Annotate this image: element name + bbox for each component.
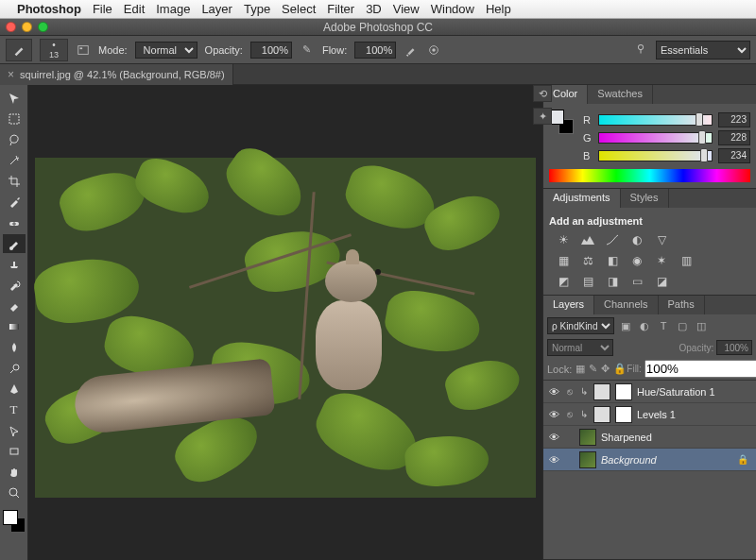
layer-mask-thumbnail[interactable] [615,383,632,400]
posterize-icon[interactable]: ▤ [579,274,596,289]
airbrush-icon[interactable] [404,42,419,58]
channels-tab[interactable]: Channels [594,296,658,314]
menu-select[interactable]: Select [282,2,316,16]
magic-wand-tool[interactable] [3,151,26,170]
tablet-pressure-icon[interactable] [426,42,441,58]
layer-row[interactable]: 👁 Sharpened [543,426,756,449]
black-white-icon[interactable]: ◧ [604,253,621,268]
layer-name[interactable]: Levels 1 [637,409,676,420]
styles-tab[interactable]: Styles [621,189,669,208]
canvas-area[interactable] [28,85,542,560]
foreground-color-swatch[interactable] [3,510,18,525]
layer-filter-kind[interactable]: ρ KindKind [547,317,614,334]
zoom-window-button[interactable] [38,22,48,32]
blur-tool[interactable] [3,338,26,357]
properties-dock-icon[interactable]: ✦ [533,108,552,125]
layer-blend-mode[interactable]: Normal [547,339,613,356]
zoom-tool[interactable] [3,484,26,502]
threshold-icon[interactable]: ◨ [604,274,621,289]
visibility-toggle-icon[interactable]: 👁 [547,454,560,466]
brush-panel-toggle-icon[interactable] [76,42,91,58]
layer-thumbnail[interactable] [593,406,610,423]
menu-help[interactable]: Help [486,2,511,16]
path-select-tool[interactable] [3,421,26,440]
lock-position-icon[interactable]: ✥ [601,363,610,375]
layer-mask-thumbnail[interactable] [615,406,632,423]
lock-transparency-icon[interactable]: ▦ [576,363,585,375]
selective-color-icon[interactable]: ◪ [653,274,670,289]
rectangle-tool[interactable] [3,442,26,461]
minimize-window-button[interactable] [22,22,32,32]
brightness-contrast-icon[interactable]: ☀ [555,232,572,247]
hand-tool[interactable] [3,463,26,482]
color-swatches[interactable] [3,510,26,533]
menu-edit[interactable]: Edit [124,2,145,16]
eyedropper-tool[interactable] [3,193,26,212]
flow-input[interactable] [354,42,396,59]
b-value[interactable]: 234 [718,148,750,163]
filter-adjust-icon[interactable]: ◐ [637,319,652,332]
r-value[interactable]: 223 [718,112,750,127]
gradient-tool[interactable] [3,317,26,336]
document-tab[interactable]: × squirrel.jpg @ 42.1% (Background, RGB/… [0,64,233,85]
layer-thumbnail[interactable] [579,451,596,468]
brush-tool[interactable] [3,234,26,253]
blend-mode-select[interactable]: Normal [135,42,198,59]
g-value[interactable]: 228 [718,130,750,145]
document-canvas[interactable] [35,158,536,498]
exposure-icon[interactable]: ◐ [628,232,645,247]
layer-fill-input[interactable] [644,360,756,378]
curves-icon[interactable] [604,232,621,247]
menu-window[interactable]: Window [431,2,474,16]
paths-tab[interactable]: Paths [659,296,705,314]
crop-tool[interactable] [3,172,26,191]
filter-smart-icon[interactable]: ◫ [694,319,709,332]
layer-name[interactable]: Hue/Saturation 1 [637,386,715,398]
menu-file[interactable]: File [93,2,112,16]
workspace-search-icon[interactable]: ⚲ [637,42,652,58]
layer-row[interactable]: 👁 Background 🔒 [543,449,756,471]
adjustments-tab[interactable]: Adjustments [543,189,621,208]
history-brush-tool[interactable] [3,276,26,295]
swatches-tab[interactable]: Swatches [588,85,653,104]
visibility-toggle-icon[interactable]: 👁 [547,432,560,443]
app-name[interactable]: Photoshop [17,2,81,16]
color-lookup-icon[interactable]: ▥ [678,253,695,268]
photo-filter-icon[interactable]: ◉ [628,253,645,268]
vibrance-icon[interactable]: ▽ [653,232,670,247]
tool-preset-picker[interactable] [6,39,32,61]
link-icon[interactable]: ⎋ [565,386,575,397]
close-window-button[interactable] [6,22,16,32]
layer-name[interactable]: Background [601,454,657,466]
layer-thumbnail[interactable] [579,429,596,446]
visibility-toggle-icon[interactable]: 👁 [547,386,560,398]
menu-type[interactable]: Type [244,2,270,16]
g-slider[interactable] [598,132,713,144]
opacity-input[interactable] [250,42,292,59]
layer-row[interactable]: 👁 ⎋ ↳ Hue/Saturation 1 [543,381,756,403]
link-icon[interactable]: ⎋ [565,409,575,419]
lock-all-icon[interactable]: 🔒 [613,363,627,375]
history-dock-icon[interactable]: ⟲ [533,85,552,102]
dodge-tool[interactable] [3,359,26,378]
move-tool[interactable] [3,89,26,108]
opacity-pressure-icon[interactable]: ✎ [300,42,315,58]
r-slider[interactable] [598,114,713,126]
menu-filter[interactable]: Filter [327,2,354,16]
menu-image[interactable]: Image [156,2,190,16]
layer-name[interactable]: Sharpened [601,432,652,443]
channel-mixer-icon[interactable]: ✶ [653,253,670,268]
b-slider[interactable] [598,150,713,161]
healing-brush-tool[interactable] [3,213,26,232]
gradient-map-icon[interactable]: ▭ [628,274,645,289]
hue-ramp[interactable] [549,169,750,182]
eraser-tool[interactable] [3,297,26,315]
lock-pixels-icon[interactable]: ✎ [589,363,597,375]
color-balance-icon[interactable]: ⚖ [579,253,596,268]
brush-preset-picker[interactable]: • 13 [40,39,68,61]
type-tool[interactable]: T [3,400,26,419]
hue-saturation-icon[interactable]: ▦ [555,253,572,268]
levels-icon[interactable] [579,232,596,247]
menu-3d[interactable]: 3D [366,2,382,16]
pen-tool[interactable] [3,380,26,399]
